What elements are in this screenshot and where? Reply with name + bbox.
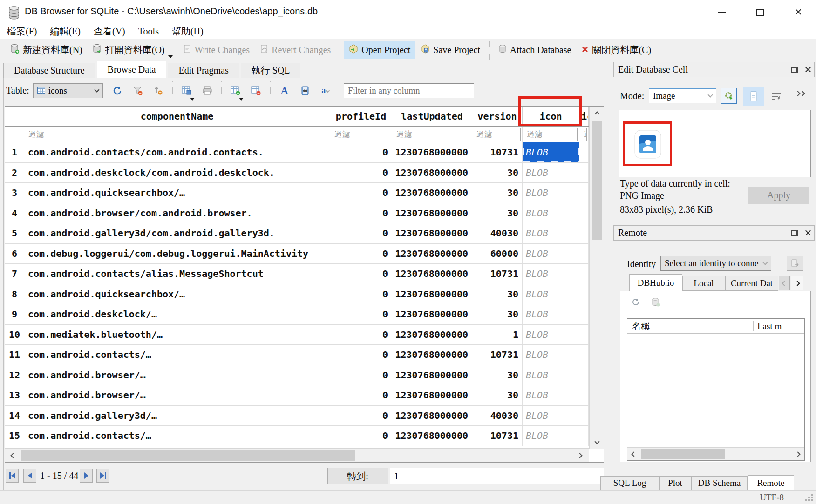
- tab-database-structure[interactable]: Database Structure: [3, 63, 95, 78]
- cell-version[interactable]: 40030: [472, 223, 523, 243]
- cell-icon2[interactable]: [579, 183, 589, 203]
- cell-icon2[interactable]: [579, 385, 589, 405]
- menu-item-help[interactable]: 幫助(H): [165, 25, 210, 38]
- cell-profileId[interactable]: 0: [330, 406, 392, 426]
- cell-componentName[interactable]: com.mediatek.bluetooth/…: [24, 325, 330, 345]
- previous-page-button[interactable]: [23, 469, 36, 483]
- cell-profileId[interactable]: 0: [330, 163, 392, 183]
- cell-componentName[interactable]: com.android.contacts/alias.MessageShortc…: [24, 264, 330, 284]
- close-panel-icon[interactable]: [804, 66, 811, 73]
- horizontal-scrollbar-thumb[interactable]: [21, 450, 355, 461]
- identity-select[interactable]: Select an identity to conne: [660, 256, 771, 271]
- row-number[interactable]: 9: [5, 304, 24, 324]
- cell-version[interactable]: 30: [472, 284, 523, 304]
- scroll-left-button[interactable]: [5, 449, 19, 462]
- close-database-button[interactable]: 關閉資料庫(C): [576, 41, 656, 59]
- tab-browse-data[interactable]: Browse Data: [97, 61, 167, 78]
- cell-lastUpdated[interactable]: 1230768000000: [392, 163, 472, 183]
- dock-tab-db-schema[interactable]: DB Schema: [691, 476, 748, 490]
- cell-lastUpdated[interactable]: 1230768000000: [392, 223, 472, 243]
- open-project-button[interactable]: Open Project: [344, 41, 415, 59]
- remote-scroll-left-button[interactable]: [627, 448, 640, 460]
- cell-version[interactable]: 30: [472, 203, 523, 223]
- cell-icon2[interactable]: [579, 325, 589, 345]
- table-row[interactable]: 10 com.mediatek.bluetooth/… 0 1230768000…: [5, 325, 589, 345]
- panel-overflow-button[interactable]: [796, 92, 804, 95]
- cell-icon[interactable]: BLOB: [523, 183, 579, 203]
- goto-button[interactable]: 轉到:: [327, 468, 388, 484]
- cell-componentName[interactable]: com.android.quicksearchbox/…: [24, 183, 330, 203]
- cell-componentName[interactable]: com.android.quicksearchbox/…: [24, 284, 330, 304]
- table-row[interactable]: 3 com.android.quicksearchbox/… 0 1230768…: [5, 183, 589, 203]
- remote-tab-local[interactable]: Local: [682, 276, 725, 291]
- float-panel-icon[interactable]: [791, 230, 798, 236]
- cell-profileId[interactable]: 0: [330, 244, 392, 264]
- filter-input-version[interactable]: 過濾: [474, 128, 521, 141]
- cell-lastUpdated[interactable]: 1230768000000: [392, 284, 472, 304]
- table-select[interactable]: icons: [33, 83, 103, 98]
- cell-icon[interactable]: BLOB: [523, 244, 579, 264]
- row-number[interactable]: 10: [5, 325, 24, 345]
- filter-input-icon[interactable]: 過濾: [524, 128, 578, 141]
- maximize-button[interactable]: [746, 0, 774, 24]
- row-number[interactable]: 6: [5, 244, 24, 264]
- cell-icon[interactable]: BLOB: [523, 426, 579, 446]
- table-row[interactable]: 15 com.android.contacts/… 0 123076800000…: [5, 426, 589, 446]
- table-row[interactable]: 8 com.android.quicksearchbox/… 0 1230768…: [5, 284, 589, 305]
- remote-tab-dbhub[interactable]: DBHub.io: [629, 274, 682, 291]
- cell-componentName[interactable]: com.android.contacts/com.android.contact…: [24, 142, 330, 162]
- column-header-lastUpdated[interactable]: lastUpdated: [392, 107, 472, 126]
- dock-tab-sql-log[interactable]: SQL Log: [600, 476, 659, 490]
- cell-componentName[interactable]: com.android.browser/…: [24, 385, 330, 405]
- cell-icon2[interactable]: [579, 142, 589, 162]
- cell-lastUpdated[interactable]: 1230768000000: [392, 345, 472, 365]
- minimize-button[interactable]: [708, 0, 736, 24]
- cell-icon[interactable]: BLOB: [523, 345, 579, 365]
- menu-item-file[interactable]: 檔案(F): [0, 25, 43, 38]
- filter-input-icon2[interactable]: 過濾: [581, 128, 587, 141]
- scroll-up-button[interactable]: [590, 107, 604, 120]
- cell-version[interactable]: 10731: [472, 264, 523, 284]
- cell-icon2[interactable]: [579, 244, 589, 264]
- cell-lastUpdated[interactable]: 1230768000000: [392, 426, 472, 446]
- table-row[interactable]: 14 com.android.gallery3d/… 0 12307680000…: [5, 406, 589, 426]
- cell-profileId[interactable]: 0: [330, 264, 392, 284]
- cell-version[interactable]: 1: [472, 325, 523, 345]
- cell-profileId[interactable]: 0: [330, 385, 392, 405]
- cell-version[interactable]: 30: [472, 304, 523, 324]
- cell-componentName[interactable]: com.android.browser/com.android.browser.: [24, 203, 330, 223]
- cell-lastUpdated[interactable]: 1230768000000: [392, 264, 472, 284]
- font-button[interactable]: A: [279, 85, 291, 97]
- cell-icon[interactable]: BLOB: [523, 264, 579, 284]
- row-number[interactable]: 11: [5, 345, 24, 365]
- word-wrap-button[interactable]: [771, 92, 783, 101]
- cell-lastUpdated[interactable]: 1230768000000: [392, 385, 472, 405]
- print-button[interactable]: [201, 85, 213, 97]
- menu-item-view[interactable]: 查看(V): [87, 25, 132, 38]
- tab-scroll-right-button[interactable]: [791, 276, 803, 290]
- cell-version[interactable]: 10731: [472, 142, 523, 162]
- tab-execute-sql[interactable]: 執行 SQL: [241, 63, 301, 78]
- cell-icon2[interactable]: [579, 223, 589, 243]
- refresh-button[interactable]: [111, 85, 123, 97]
- cell-icon2[interactable]: [579, 284, 589, 304]
- new-database-button[interactable]: 新建資料庫(N): [5, 41, 88, 59]
- cell-profileId[interactable]: 0: [330, 142, 392, 162]
- cell-icon[interactable]: BLOB: [523, 203, 579, 223]
- cell-profileId[interactable]: 0: [330, 183, 392, 203]
- cell-profileId[interactable]: 0: [330, 325, 392, 345]
- remote-list-hscrollbar[interactable]: [627, 447, 804, 460]
- identity-push-button[interactable]: [787, 256, 803, 271]
- import-data-button[interactable]: [721, 88, 737, 104]
- open-database-button[interactable]: 打開資料庫(O): [88, 41, 170, 59]
- write-changes-button[interactable]: Write Changes: [178, 41, 255, 59]
- insert-record-dropdown-icon[interactable]: [239, 98, 244, 101]
- cell-lastUpdated[interactable]: 1230768000000: [392, 325, 472, 345]
- horizontal-scrollbar[interactable]: [5, 448, 589, 462]
- insert-record-button[interactable]: [230, 85, 242, 97]
- cell-icon[interactable]: BLOB: [523, 284, 579, 304]
- cell-version[interactable]: 30: [472, 385, 523, 405]
- encoding-indicator[interactable]: UTF-8: [760, 492, 784, 503]
- cell-profileId[interactable]: 0: [330, 365, 392, 385]
- cell-lastUpdated[interactable]: 1230768000000: [392, 365, 472, 385]
